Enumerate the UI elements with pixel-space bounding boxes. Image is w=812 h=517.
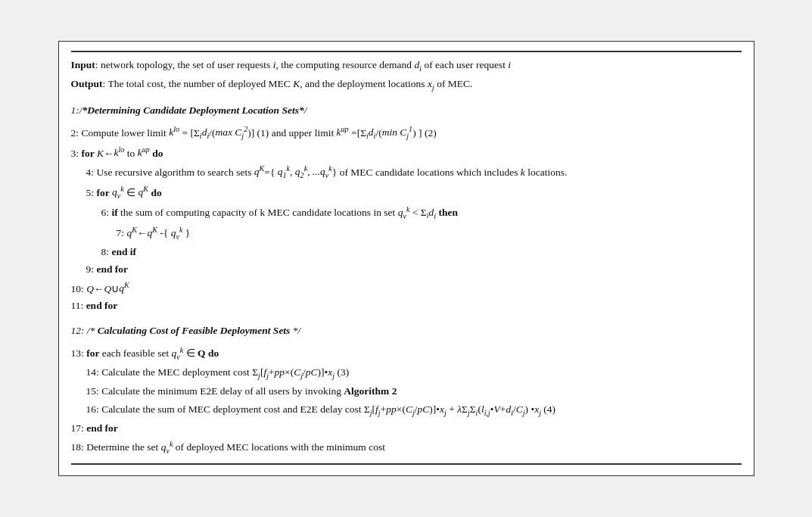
algorithm-box: Input: network topology, the set of user… xyxy=(58,41,754,476)
line-7: 7: qK←qK -{ qvk } xyxy=(71,223,742,243)
line-2: 2: Compute lower limit klo = [Σidi/(max … xyxy=(71,123,742,143)
output-text: : The total cost, the number of deployed… xyxy=(103,78,473,89)
line-17: 17: end for xyxy=(71,420,742,437)
line-16: 16: Calculate the sum of MEC deployment … xyxy=(71,401,742,419)
top-border xyxy=(71,51,742,52)
input-output-section: Input: network topology, the set of user… xyxy=(71,57,742,95)
line-11: 11: end for xyxy=(71,297,742,314)
input-line: Input: network topology, the set of user… xyxy=(71,57,742,75)
input-label: Input xyxy=(71,59,95,70)
section1-header-text: 1:/*Determining Candidate Deployment Loc… xyxy=(71,104,307,116)
line-10: 10: Q←Q∪qK xyxy=(71,279,742,297)
section2-header-text: 12: /* Calculating Cost of Feasible Depl… xyxy=(71,325,301,336)
line-9: 9: end for xyxy=(71,261,742,278)
input-text: : network topology, the set of user requ… xyxy=(95,59,511,70)
line-3: 3: for K←klo to kup do xyxy=(71,144,742,162)
bottom-border xyxy=(71,463,742,465)
section1-header: 1:/*Determining Candidate Deployment Loc… xyxy=(71,102,742,119)
section2-header: 12: /* Calculating Cost of Feasible Depl… xyxy=(71,322,742,339)
line-8: 8: end if xyxy=(71,244,742,260)
line-4: 4: Use recursive algorithm to search set… xyxy=(71,163,742,182)
line-15: 15: Calculate the minimum E2E delay of a… xyxy=(71,383,742,400)
line-14: 14: Calculate the MEC deployment cost Σj… xyxy=(71,364,742,382)
output-label: Output xyxy=(71,78,103,89)
line-13: 13: for each feasible set qvk ∈ Q do xyxy=(71,344,742,363)
line-6: 6: if the sum of computing capacity of k… xyxy=(71,203,742,223)
line-18: 18: Determine the set qvk of deployed ME… xyxy=(71,438,742,457)
line-5: 5: for qvk ∈ qK do xyxy=(71,183,742,203)
output-line: Output: The total cost, the number of de… xyxy=(71,76,742,94)
